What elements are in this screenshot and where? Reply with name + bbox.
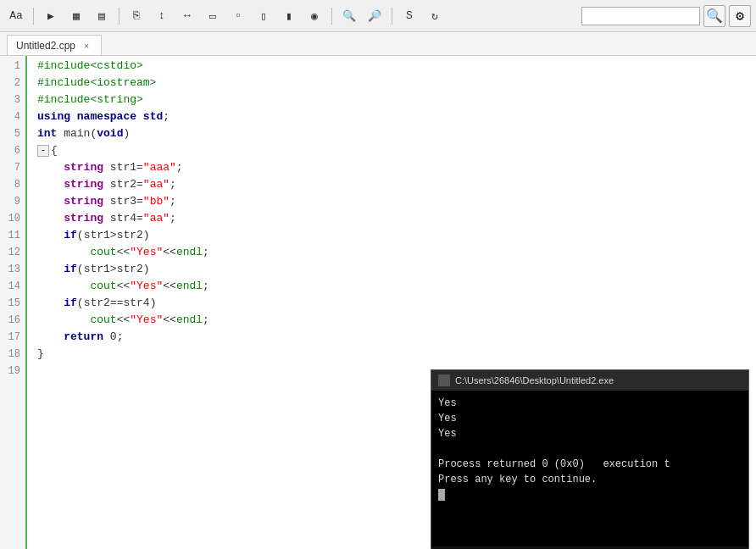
- code-line-14: cout<<"Yes"<<endl;: [37, 278, 756, 295]
- rotate-btn[interactable]: ↻: [424, 5, 446, 27]
- circle-btn[interactable]: ◉: [303, 5, 325, 27]
- line-2: 2: [0, 75, 25, 92]
- tab-close-btn[interactable]: ×: [81, 40, 92, 52]
- code-line-1: #include<cstdio>: [37, 58, 756, 75]
- code-line-15: if(str2==str4): [37, 295, 756, 312]
- sep2: [119, 8, 120, 25]
- line-8: 8: [0, 176, 25, 193]
- sep3: [331, 8, 332, 25]
- code-line-9: string str3="bb";: [37, 193, 756, 210]
- line-4: 4: [0, 108, 25, 125]
- keyword-void: void: [97, 125, 123, 142]
- terminal-title: C:\Users\26846\Desktop\Untitled2.exe: [455, 375, 614, 385]
- terminal-window: C:\Users\26846\Desktop\Untitled2.exe Yes…: [431, 369, 749, 549]
- keyword-namespace: namespace: [77, 108, 143, 125]
- line-11: 11: [0, 227, 25, 244]
- string-val: "aa": [143, 210, 170, 227]
- code-line-8: string str2="aa";: [37, 176, 756, 193]
- string-val: "bb": [143, 193, 170, 210]
- code-text: #include<cstdio>: [37, 58, 143, 75]
- keyword-if2: if: [64, 261, 77, 278]
- line-19: 19: [0, 363, 25, 380]
- terminal-app-icon: [438, 374, 450, 386]
- tab-filename: Untitled2.cpp: [16, 40, 75, 52]
- string-yes3: "Yes": [130, 312, 163, 329]
- line-number-gutter: 1 2 3 4 5 6 7 8 9 10 11 12 13 14 15 16 1…: [0, 56, 27, 549]
- keyword-cout3: cout: [90, 312, 116, 329]
- code-line-13: if(str1>str2): [37, 261, 756, 278]
- line-10: 10: [0, 210, 25, 227]
- select-tool-btn[interactable]: ▦: [65, 5, 87, 27]
- tab-untitled2[interactable]: Untitled2.cpp ×: [7, 35, 102, 55]
- line-14: 14: [0, 278, 25, 295]
- line-16: 16: [0, 312, 25, 329]
- keyword-string: string: [64, 176, 110, 193]
- settings-btn[interactable]: ⚙: [729, 5, 751, 27]
- search-input[interactable]: [581, 7, 700, 25]
- code-line-17: return 0;: [37, 329, 756, 346]
- resize-v-btn[interactable]: ↔: [176, 5, 198, 27]
- terminal-line-2: Yes: [438, 411, 742, 426]
- line-3: 3: [0, 92, 25, 108]
- keyword-string: string: [64, 159, 110, 176]
- code-line-11: if(str1>str2): [37, 227, 756, 244]
- toolbar: Aa ▶ ▦ ▤ ⎘ ↕ ↔ ▭ ▫ ▯ ▮ ◉ 🔍 🔎 S ↻ 🔍 ⚙: [0, 0, 756, 32]
- rect4-btn[interactable]: ▮: [278, 5, 300, 27]
- terminal-line-process: Process returned 0 (0x0) execution t: [438, 457, 742, 472]
- keyword-cout: cout: [90, 244, 116, 261]
- code-line-5: int main(void): [37, 125, 756, 142]
- string-val: "aaa": [143, 159, 176, 176]
- keyword-if: if: [64, 227, 77, 244]
- lasso-tool-btn[interactable]: ▤: [91, 5, 113, 27]
- terminal-body: Yes Yes Yes Process returned 0 (0x0) exe…: [431, 391, 748, 546]
- keyword-cout2: cout: [90, 278, 116, 295]
- keyword-string: string: [64, 193, 110, 210]
- code-text: #include<string>: [37, 92, 143, 108]
- line-18: 18: [0, 346, 25, 363]
- line-13: 13: [0, 261, 25, 278]
- strikethrough-btn[interactable]: S: [398, 5, 420, 27]
- code-line-3: #include<string>: [37, 92, 756, 108]
- terminal-cursor-line: [438, 487, 742, 502]
- sep4: [392, 8, 392, 25]
- keyword-endl2: endl: [176, 278, 203, 295]
- code-line-2: #include<iostream>: [37, 75, 756, 92]
- keyword-if3: if: [64, 295, 77, 312]
- terminal-line-1: Yes: [438, 396, 742, 411]
- editor-container: 1 2 3 4 5 6 7 8 9 10 11 12 13 14 15 16 1…: [0, 56, 756, 549]
- code-line-7: string str1="aaa";: [37, 159, 756, 176]
- code-line-16: cout<<"Yes"<<endl;: [37, 312, 756, 329]
- terminal-titlebar: C:\Users\26846\Desktop\Untitled2.exe: [431, 370, 748, 391]
- envelope-tool-btn[interactable]: ⎘: [125, 5, 147, 27]
- tab-bar: Untitled2.cpp ×: [0, 32, 756, 56]
- cursor: [438, 489, 445, 501]
- string-yes: "Yes": [130, 244, 163, 261]
- rect-btn[interactable]: ▭: [202, 5, 224, 27]
- terminal-line-blank: [438, 441, 742, 457]
- keyword-return: return: [64, 329, 110, 346]
- line-9: 9: [0, 193, 25, 210]
- keyword-string: string: [64, 210, 110, 227]
- search-btn[interactable]: 🔍: [703, 5, 725, 27]
- line-17: 17: [0, 329, 25, 346]
- zoom-in-btn[interactable]: 🔍: [338, 5, 360, 27]
- line-15: 15: [0, 295, 25, 312]
- code-line-4: using namespace std;: [37, 108, 756, 125]
- fold-btn[interactable]: -: [37, 145, 49, 157]
- string-yes2: "Yes": [130, 278, 163, 295]
- line-7: 7: [0, 159, 25, 176]
- code-text: #include<iostream>: [37, 75, 156, 92]
- rect2-btn[interactable]: ▫: [227, 5, 249, 27]
- sep1: [33, 8, 34, 25]
- line-6: 6: [0, 142, 25, 159]
- rect3-btn[interactable]: ▯: [253, 5, 275, 27]
- font-size-btn[interactable]: Aa: [5, 5, 27, 27]
- code-line-6: -{: [37, 142, 756, 159]
- line-1: 1: [0, 58, 25, 75]
- cursor-tool-btn[interactable]: ▶: [40, 5, 62, 27]
- line-5: 5: [0, 125, 25, 142]
- resize-h-btn[interactable]: ↕: [151, 5, 173, 27]
- zoom-out-btn[interactable]: 🔎: [364, 5, 386, 27]
- terminal-line-3: Yes: [438, 426, 742, 441]
- keyword-using: using: [37, 108, 77, 125]
